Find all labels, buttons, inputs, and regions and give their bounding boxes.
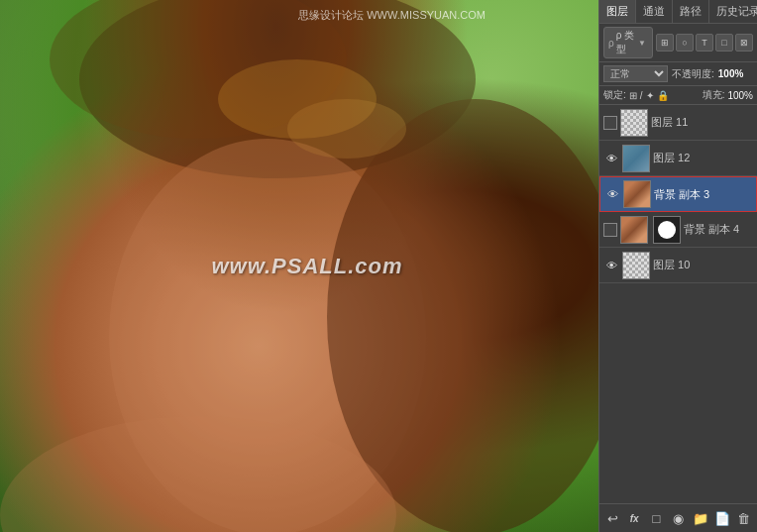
bg-copy4-name: 背景 副本 4 xyxy=(684,222,753,237)
lock-label: 锁定: xyxy=(603,88,626,102)
canvas-watermark: www.PSALL.com xyxy=(211,254,402,279)
layers-tabs: 图层 通道 路径 历史记录 动作 xyxy=(599,0,757,24)
blend-row: 正常 不透明度: 100% xyxy=(599,62,757,86)
fx-button[interactable]: fx xyxy=(625,508,643,528)
tab-channels[interactable]: 通道 xyxy=(636,0,673,23)
filter-icons: ⊞ ○ T □ ⊠ xyxy=(656,34,753,52)
chevron-down-icon: ▼ xyxy=(638,39,646,48)
opacity-value: 100% xyxy=(718,68,744,79)
layer10-visibility-eye[interactable]: 👁 xyxy=(603,258,619,273)
fx-icon: fx xyxy=(630,513,639,524)
blend-mode-select[interactable]: 正常 xyxy=(603,65,668,82)
filter-icon-grid[interactable]: ⊞ xyxy=(656,34,674,52)
tab-history[interactable]: 历史记录 xyxy=(709,0,757,23)
layer-item-bg-copy3[interactable]: 👁 背景 副本 3 xyxy=(599,176,757,212)
search-icon: ρ xyxy=(608,38,614,49)
filter-icon-text[interactable]: T xyxy=(696,34,713,52)
bg-copy4-mask-thumbnail xyxy=(653,216,681,244)
bg-copy3-visibility-eye[interactable]: 👁 xyxy=(604,186,620,202)
layer11-visibility-check[interactable] xyxy=(603,116,617,130)
link-layers-button[interactable]: ↩ xyxy=(603,508,621,528)
bg-copy3-name: 背景 副本 3 xyxy=(654,187,752,202)
layer12-thumbnail xyxy=(622,145,650,172)
adjustment-button[interactable]: ◉ xyxy=(669,508,687,528)
layer-item-bg-copy4[interactable]: 背景 副本 4 xyxy=(599,212,757,248)
fill-label: 填充: xyxy=(703,88,725,102)
layer12-name: 图层 12 xyxy=(653,151,753,165)
new-layer-icon: 📄 xyxy=(714,511,730,526)
eye-icon: 👁 xyxy=(607,188,618,200)
mask-icon: □ xyxy=(652,511,660,526)
layer-item-layer11[interactable]: 图层 11 xyxy=(599,105,757,141)
eye-icon: 👁 xyxy=(606,153,617,164)
layer12-visibility-eye[interactable]: 👁 xyxy=(603,151,619,166)
eye-icon: 👁 xyxy=(606,260,617,271)
layer11-thumbnail xyxy=(620,109,648,137)
filter-icon-circle[interactable]: ○ xyxy=(676,34,694,52)
filter-row: ρ ρ 类型 ▼ ⊞ ○ T □ ⊠ xyxy=(599,24,757,62)
site-watermark: 思缘设计论坛 WWW.MISSYUAN.COM xyxy=(298,8,486,23)
layer10-name: 图层 10 xyxy=(653,258,753,272)
bg-copy4-thumbnail xyxy=(620,216,648,244)
panels-area: 图层 通道 路径 历史记录 动作 ρ ρ 类型 ▼ ⊞ ○ T □ ⊠ 正常 不… xyxy=(598,0,757,532)
layers-list: 图层 11 👁 图层 12 👁 背景 副本 3 xyxy=(599,105,757,503)
lock-row: 锁定: ⊞ / ✦ 🔒 填充: 100% xyxy=(599,86,757,105)
trash-icon: 🗑 xyxy=(737,511,750,526)
delete-layer-button[interactable]: 🗑 xyxy=(735,508,753,528)
new-layer-button[interactable]: 📄 xyxy=(713,508,731,528)
lock-icon-move[interactable]: ✦ xyxy=(646,90,654,101)
filter-type-select[interactable]: ρ 类型 xyxy=(616,29,638,56)
lock-icon-grid[interactable]: ⊞ xyxy=(629,90,637,101)
adjustment-icon: ◉ xyxy=(673,511,684,526)
new-group-button[interactable]: 📁 xyxy=(692,508,709,528)
bg-copy4-visibility-check[interactable] xyxy=(603,223,617,237)
canvas-area: www.PSALL.com 思缘设计论坛 WWW.MISSYUAN.COM xyxy=(0,0,614,532)
lock-icon-padlock[interactable]: 🔒 xyxy=(657,90,669,101)
folder-icon: 📁 xyxy=(693,511,708,526)
filter-search[interactable]: ρ ρ 类型 ▼ xyxy=(603,27,653,58)
fill-value: 100% xyxy=(727,90,753,101)
filter-icon-shape[interactable]: □ xyxy=(715,34,733,52)
layer11-name: 图层 11 xyxy=(651,115,753,130)
layer-item-layer12[interactable]: 👁 图层 12 xyxy=(599,141,757,176)
svg-point-6 xyxy=(287,99,406,159)
bg-copy3-thumbnail xyxy=(623,180,651,208)
filter-icon-fx[interactable]: ⊠ xyxy=(735,34,753,52)
tab-layers[interactable]: 图层 xyxy=(599,0,636,23)
tab-paths[interactable]: 路径 xyxy=(673,0,709,23)
layers-toolbar: ↩ fx □ ◉ 📁 📄 🗑 xyxy=(599,503,757,532)
lock-icon-brush[interactable]: / xyxy=(640,90,643,101)
add-mask-button[interactable]: □ xyxy=(647,508,665,528)
opacity-label: 不透明度: xyxy=(672,67,714,81)
layer-item-layer10[interactable]: 👁 图层 10 xyxy=(599,248,757,283)
layer10-thumbnail xyxy=(622,252,650,279)
